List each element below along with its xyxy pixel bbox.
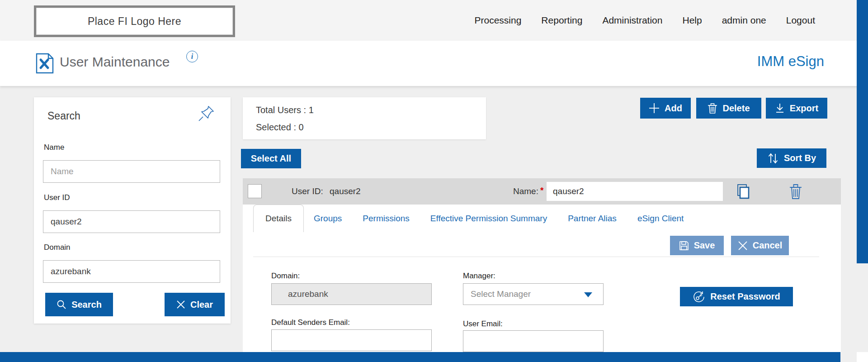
user-maintenance-icon xyxy=(35,53,54,74)
tab-esign-client[interactable]: eSign Client xyxy=(637,214,684,224)
plus-icon xyxy=(649,103,660,114)
tab-permissions[interactable]: Permissions xyxy=(363,214,409,224)
search-button-label: Search xyxy=(71,300,102,310)
save-icon xyxy=(679,241,689,251)
copy-icon[interactable] xyxy=(735,183,751,200)
cancel-button-label: Cancel xyxy=(753,240,783,251)
add-button-label: Add xyxy=(665,103,682,114)
delete-button[interactable]: Delete xyxy=(696,98,761,119)
download-icon xyxy=(775,103,785,114)
required-marker: * xyxy=(540,186,543,195)
add-button[interactable]: Add xyxy=(640,98,691,119)
section-divider xyxy=(253,257,819,257)
page-header: User Maintenance i IMM eSign xyxy=(0,41,868,86)
search-button[interactable]: Search xyxy=(45,293,113,316)
sort-arrows-icon xyxy=(767,152,779,164)
tab-effective-permission-summary[interactable]: Effective Permission Summary xyxy=(430,214,547,224)
info-icon[interactable]: i xyxy=(186,51,198,62)
trash-icon xyxy=(708,102,717,114)
tab-links: Groups Permissions Effective Permission … xyxy=(314,205,684,232)
reset-password-label: Reset Password xyxy=(710,291,780,302)
cancel-button[interactable]: Cancel xyxy=(731,236,789,255)
default-senders-email-label: Default Senders Email: xyxy=(271,318,350,327)
manager-select[interactable]: Select Manager xyxy=(463,283,604,305)
fi-logo-text: Place FI Logo Here xyxy=(36,8,233,35)
selected-label: Selected : xyxy=(256,122,296,132)
user-email-input[interactable] xyxy=(463,330,604,352)
nav-item-logout[interactable]: Logout xyxy=(786,15,815,26)
select-all-label: Select All xyxy=(251,153,291,164)
manager-select-value: Select Manager xyxy=(471,289,531,299)
user-email-label: User Email: xyxy=(463,319,503,329)
nav-links: Processing Reporting Administration Help… xyxy=(474,0,815,41)
reset-password-button[interactable]: Reset Password xyxy=(680,287,793,306)
chevron-down-icon xyxy=(584,292,592,297)
tab-details[interactable]: Details xyxy=(253,205,304,232)
search-panel: Search Name User ID Domain Search Clear xyxy=(34,97,231,324)
save-button-label: Save xyxy=(694,240,715,251)
form-manager-label: Manager: xyxy=(463,272,495,281)
total-users-value: 1 xyxy=(309,105,314,115)
brand-logo-text: IMM eSign xyxy=(757,53,824,70)
search-panel-title: Search xyxy=(47,110,80,122)
selected-line: Selected : 0 xyxy=(256,122,304,133)
user-id-label: User ID xyxy=(44,193,70,202)
domain-label: Domain xyxy=(44,243,71,252)
sort-by-button[interactable]: Sort By xyxy=(757,148,826,168)
clear-button-label: Clear xyxy=(190,300,213,310)
form-domain-input xyxy=(271,283,432,305)
form-domain-label: Domain: xyxy=(271,272,300,281)
reset-password-key-icon xyxy=(693,291,705,303)
fi-logo-placeholder: Place FI Logo Here xyxy=(34,5,235,37)
clear-button[interactable]: Clear xyxy=(165,293,225,316)
tab-partner-alias[interactable]: Partner Alias xyxy=(568,214,617,224)
user-row-checkbox[interactable] xyxy=(248,184,262,198)
footer-accent-bar xyxy=(0,352,840,362)
tab-groups[interactable]: Groups xyxy=(314,214,342,224)
footer-corner xyxy=(857,352,868,362)
search-name-input[interactable] xyxy=(43,160,220,183)
user-name-input[interactable] xyxy=(547,182,723,201)
top-nav-bar: Place FI Logo Here Processing Reporting … xyxy=(0,0,868,41)
name-field-label: Name: xyxy=(513,186,538,196)
total-users-line: Total Users : 1 xyxy=(256,105,314,115)
search-icon xyxy=(57,300,66,310)
user-details-panel: Details Groups Permissions Effective Per… xyxy=(243,205,841,352)
delete-button-label: Delete xyxy=(722,103,750,114)
pin-icon[interactable] xyxy=(197,105,215,123)
row-trash-icon[interactable] xyxy=(788,183,803,200)
nav-item-administration[interactable]: Administration xyxy=(602,15,662,26)
nav-item-processing[interactable]: Processing xyxy=(474,15,521,26)
selected-value: 0 xyxy=(299,122,304,132)
nav-item-reporting[interactable]: Reporting xyxy=(541,15,582,26)
export-button[interactable]: Export xyxy=(766,98,827,119)
total-users-label: Total Users : xyxy=(256,105,306,115)
default-senders-email-input[interactable] xyxy=(271,329,432,351)
user-id-value: qauser2 xyxy=(330,186,361,196)
summary-box: Total Users : 1 Selected : 0 xyxy=(243,97,486,139)
page-title: User Maintenance xyxy=(60,54,170,70)
select-all-button[interactable]: Select All xyxy=(241,149,301,168)
x-icon xyxy=(176,300,185,309)
save-button[interactable]: Save xyxy=(670,236,724,255)
sort-by-label: Sort By xyxy=(784,153,816,163)
export-button-label: Export xyxy=(790,103,818,114)
user-id-field-label: User ID: xyxy=(292,186,323,196)
cancel-x-icon xyxy=(738,241,748,251)
user-row-header: User ID: qauser2 Name: * xyxy=(243,178,841,205)
nav-item-help[interactable]: Help xyxy=(682,15,702,26)
right-accent-bar xyxy=(857,0,868,263)
name-label: Name xyxy=(44,143,64,152)
nav-item-admin-one[interactable]: admin one xyxy=(722,15,766,26)
search-domain-input[interactable] xyxy=(43,260,220,283)
search-user-id-input[interactable] xyxy=(43,210,220,233)
